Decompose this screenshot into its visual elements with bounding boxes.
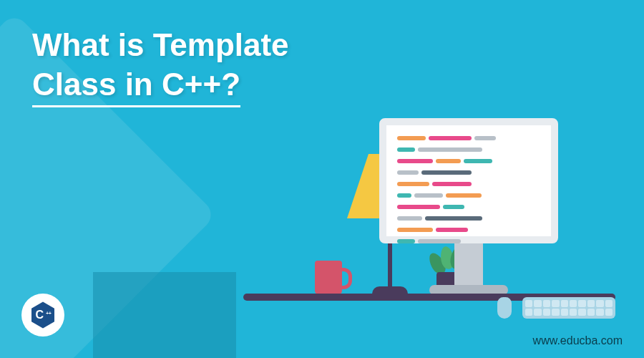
desk-illustration bbox=[243, 57, 615, 329]
mouse-icon bbox=[497, 297, 512, 319]
cpp-logo-badge: C ++ bbox=[21, 294, 64, 337]
logo-letter: C bbox=[35, 309, 44, 321]
logo-plus: ++ bbox=[46, 311, 52, 316]
cpp-hexagon-icon: C ++ bbox=[29, 301, 57, 329]
title-line-2: Class in C++? bbox=[32, 64, 240, 107]
website-url: www.educba.com bbox=[533, 334, 623, 347]
monitor-screen bbox=[379, 118, 558, 243]
background-bottom-decoration bbox=[93, 272, 236, 358]
keyboard-icon bbox=[522, 297, 615, 319]
coffee-mug-icon bbox=[315, 261, 342, 295]
